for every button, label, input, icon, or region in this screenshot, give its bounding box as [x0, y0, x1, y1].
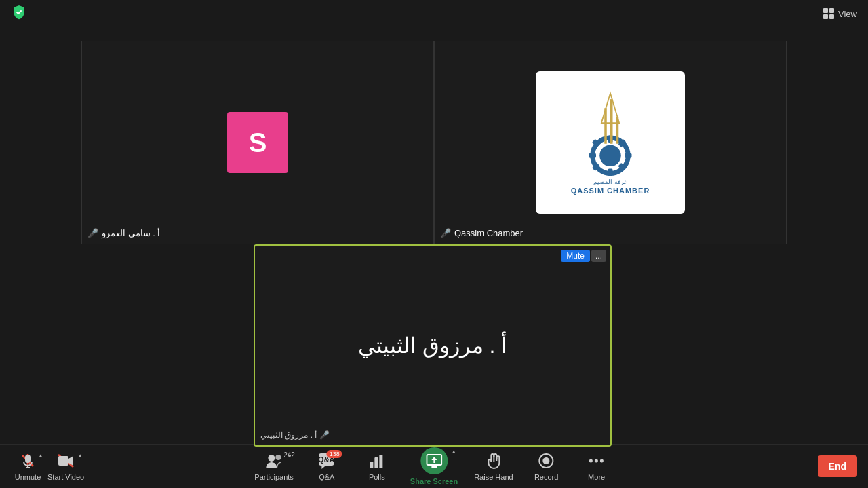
avatar-s: S	[227, 112, 288, 173]
qa-label: Q&A	[319, 473, 334, 481]
mute-button[interactable]: Mute	[561, 250, 590, 262]
svg-marker-30	[322, 466, 326, 469]
top-bar: View	[0, 0, 868, 27]
svg-text:غرفة القصيم: غرفة القصيم	[593, 179, 627, 185]
speaker-label-bottom: 🎤 أ . مرزوق الثبيتي	[260, 430, 330, 440]
panel-label-sami: 🎤 أ . سامي العمرو	[87, 228, 160, 238]
svg-point-41	[543, 457, 550, 464]
svg-rect-0	[823, 8, 828, 13]
svg-rect-25	[58, 456, 68, 466]
view-button[interactable]: View	[823, 8, 857, 19]
record-icon	[537, 451, 556, 470]
polls-icon	[368, 451, 387, 470]
sami-name: أ . سامي العمرو	[102, 228, 160, 238]
unmute-item[interactable]: Unmute ▲	[11, 451, 45, 481]
share-screen-icon-bg	[420, 447, 448, 474]
more-label: More	[588, 473, 605, 481]
panel-label-qassim: 🎤 Qassim Chamber	[440, 228, 523, 238]
share-screen-item[interactable]: Share Screen ▲	[410, 447, 458, 485]
participants-label: Participants	[254, 473, 293, 481]
participants-icon	[264, 451, 283, 470]
polls-item[interactable]: Polls	[360, 451, 394, 481]
unmute-label: Unmute	[15, 473, 41, 481]
speaker-mic-icon: 🎤	[319, 430, 330, 440]
start-video-item[interactable]: Start Video ▲	[47, 451, 84, 481]
more-icon	[587, 451, 606, 470]
svg-point-44	[600, 459, 604, 463]
video-chevron: ▲	[77, 453, 83, 459]
qassim-text: QASSIM CHAMBER	[571, 187, 650, 195]
panel-qassim: غرفة القصيم QASSIM CHAMBER 🎤 Qassim Cham…	[434, 41, 787, 244]
svg-point-43	[595, 459, 598, 463]
polls-label: Polls	[369, 473, 385, 481]
video-panels: S 🎤 أ . سامي العمرو	[81, 41, 787, 244]
more-item[interactable]: More	[580, 451, 614, 481]
start-video-icon	[56, 451, 75, 470]
svg-rect-3	[829, 14, 834, 19]
toolbar-left: Unmute ▲ Start Video ▲	[11, 451, 84, 481]
svg-point-28	[275, 455, 281, 460]
mic-muted-icon-sami: 🎤	[87, 228, 98, 238]
mic-muted-icon-qassim: 🎤	[440, 228, 451, 238]
svg-rect-2	[823, 14, 828, 19]
svg-marker-39	[431, 457, 437, 463]
toolbar-right: End	[818, 455, 857, 477]
svg-rect-21	[25, 455, 31, 463]
svg-rect-32	[370, 462, 374, 468]
svg-rect-1	[829, 8, 834, 13]
toolbar-center: Participants 242 ▲ Q&A 138 Q&A	[254, 447, 613, 485]
end-button[interactable]: End	[818, 455, 857, 477]
svg-rect-7	[608, 169, 613, 176]
active-speaker-panel: Mute ... أ . مرزوق الثبيتي 🎤 أ . مرزوق ا…	[254, 244, 612, 447]
record-label: Record	[534, 473, 558, 481]
svg-point-27	[268, 455, 275, 462]
more-options-button[interactable]: ...	[591, 250, 606, 262]
share-screen-label: Share Screen	[410, 477, 458, 485]
raise-hand-label: Raise Hand	[474, 473, 513, 481]
qassim-name: Qassim Chamber	[454, 228, 523, 238]
qassim-logo-svg: غرفة القصيم	[549, 90, 671, 185]
start-video-label: Start Video	[47, 473, 84, 481]
record-item[interactable]: Record	[530, 451, 564, 481]
svg-rect-9	[625, 153, 632, 158]
share-screen-chevron: ▲	[451, 449, 456, 455]
participants-chevron: ▲	[287, 453, 292, 459]
unmute-chevron: ▲	[38, 453, 43, 459]
raise-hand-item[interactable]: Raise Hand	[474, 451, 513, 481]
shield-icon	[11, 4, 27, 23]
participants-item[interactable]: Participants 242 ▲	[254, 451, 293, 481]
svg-rect-33	[375, 457, 378, 468]
qa-item[interactable]: Q&A 138 Q&A	[310, 451, 344, 481]
toolbar: Unmute ▲ Start Video ▲	[0, 444, 868, 488]
svg-rect-15	[610, 99, 613, 144]
panel-sami: S 🎤 أ . سامي العمرو	[81, 41, 434, 244]
raise-hand-icon	[484, 451, 503, 470]
qassim-logo: غرفة القصيم QASSIM CHAMBER	[536, 71, 685, 214]
unmute-icon	[18, 451, 37, 470]
qa-badge: 138	[327, 450, 342, 458]
share-screen-icon	[426, 454, 442, 468]
speaker-label-text: أ . مرزوق الثبيتي	[260, 430, 317, 440]
svg-rect-8	[589, 153, 597, 158]
view-label: View	[838, 9, 857, 19]
svg-point-42	[589, 459, 593, 463]
svg-rect-34	[380, 455, 383, 468]
speaker-name: أ . مرزوق الثبيتي	[358, 333, 508, 358]
svg-point-5	[599, 145, 621, 167]
